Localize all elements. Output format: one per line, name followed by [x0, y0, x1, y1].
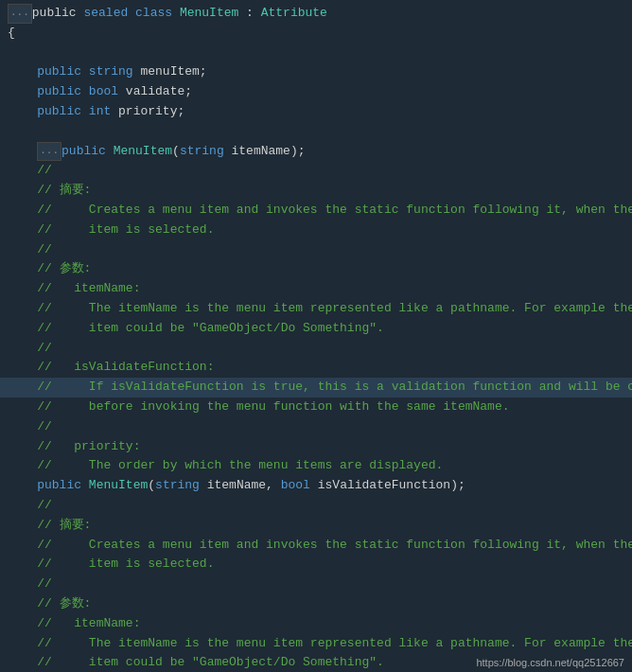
plain-token [8, 240, 37, 260]
plain-token: { [8, 24, 15, 44]
kw-token: string [180, 142, 224, 162]
code-line: // 参数: [0, 594, 632, 614]
comment-token: // 摘要: [37, 181, 91, 201]
plain-token [8, 358, 37, 378]
code-line: { [0, 24, 632, 44]
plain-token [8, 398, 37, 417]
kw2-token: Attribute [261, 4, 327, 24]
code-line [0, 122, 632, 142]
code-line: // [0, 240, 632, 260]
plain-token: isValidateFunction); [310, 476, 465, 496]
plain-token [8, 82, 37, 102]
comment-token: // 参数: [37, 594, 91, 614]
plain-token [8, 299, 37, 319]
code-line: // itemName: [0, 614, 632, 634]
comment-token: // item is selected. [37, 555, 214, 575]
watermark: https://blog.csdn.net/qq2512667 [476, 657, 624, 668]
comment-token: // itemName: [37, 614, 140, 634]
kw-token: public [37, 102, 81, 122]
code-line: public MenuItem(string itemName, bool is… [0, 476, 632, 496]
comment-token: // If isValidateFunction is true, this i… [37, 378, 632, 398]
plain-token [81, 62, 89, 82]
plain-token [172, 4, 180, 24]
plain-token [8, 221, 37, 240]
kw-token: public [61, 142, 106, 162]
code-line: // item is selected. [0, 555, 632, 575]
comment-token: // Creates a menu item and invokes the s… [37, 201, 632, 221]
plain-token: itemName, [200, 476, 281, 496]
plain-token: : [238, 4, 260, 24]
kw-token: string [89, 62, 133, 82]
plain-token [8, 536, 37, 556]
plain-token [8, 476, 37, 496]
code-line: // The order by which the menu items are… [0, 456, 632, 476]
kw-token: public [37, 82, 81, 102]
code-line: // The itemName is the menu item represe… [0, 634, 632, 654]
kw-token: bool [281, 476, 310, 496]
code-line: // [0, 417, 632, 437]
plain-token: ( [172, 142, 180, 162]
plain-token [8, 555, 37, 575]
plain-token [8, 279, 37, 299]
plain-token [8, 496, 37, 516]
code-line: public string menuItem; [0, 62, 632, 82]
plain-token [8, 201, 37, 221]
plain-token [8, 161, 37, 181]
plain-token [8, 614, 37, 634]
code-line [0, 44, 632, 63]
ellipsis-token: ... [8, 4, 32, 24]
plain-token [8, 259, 37, 279]
plain-token [8, 102, 37, 122]
code-line: ...public MenuItem(string itemName); [0, 142, 632, 162]
comment-token: // The itemName is the menu item represe… [37, 299, 632, 319]
comment-token: // [37, 496, 52, 516]
plain-token [81, 102, 89, 122]
code-line: // item could be "GameObject/Do Somethin… [0, 319, 632, 339]
code-line: // 摘要: [0, 181, 632, 201]
comment-token: // 参数: [37, 259, 91, 279]
plain-token [128, 4, 135, 24]
plain-token [8, 339, 37, 359]
kw-token: sealed [83, 4, 128, 24]
comment-token: // [37, 417, 52, 437]
kw-token: string [155, 476, 200, 496]
comment-token: // isValidateFunction: [37, 358, 214, 378]
kw2-token: MenuItem [114, 142, 172, 162]
plain-token [8, 653, 37, 672]
code-line: // [0, 339, 632, 359]
plain-token [81, 476, 89, 496]
code-line: public bool validate; [0, 82, 632, 102]
plain-token [81, 82, 89, 102]
comment-token: // The order by which the menu items are… [37, 456, 443, 476]
comment-token: // [37, 161, 52, 181]
comment-token: // before invoking the menu function wit… [37, 398, 509, 417]
ellipsis-token: ... [37, 142, 61, 162]
code-line: // [0, 575, 632, 594]
code-line: ...public sealed class MenuItem : Attrib… [0, 4, 632, 24]
code-line: // Creates a menu item and invokes the s… [0, 201, 632, 221]
kw2-token: MenuItem [180, 4, 238, 24]
comment-token: // 摘要: [37, 516, 91, 536]
code-line: // isValidateFunction: [0, 358, 632, 378]
plain-token [8, 516, 37, 536]
plain-token [8, 437, 37, 457]
comment-token: // item could be "GameObject/Do Somethin… [37, 319, 384, 339]
code-line: // 摘要: [0, 516, 632, 536]
code-line: // itemName: [0, 279, 632, 299]
plain-token [8, 181, 37, 201]
kw-token: bool [89, 82, 118, 102]
code-block: ...public sealed class MenuItem : Attrib… [0, 0, 632, 672]
plain-token [8, 319, 37, 339]
plain-token: ( [148, 476, 155, 496]
comment-token: // The itemName is the menu item represe… [37, 634, 632, 654]
kw-token: public [37, 476, 81, 496]
code-line: // Creates a menu item and invokes the s… [0, 536, 632, 556]
comment-token: // itemName: [37, 279, 140, 299]
comment-token: // priority: [37, 437, 140, 457]
code-line: // [0, 496, 632, 516]
plain-token: validate; [118, 82, 192, 102]
plain-token: menuItem; [133, 62, 207, 82]
code-line: // [0, 161, 632, 181]
plain-token: itemName); [224, 142, 306, 162]
plain-token [8, 142, 37, 162]
